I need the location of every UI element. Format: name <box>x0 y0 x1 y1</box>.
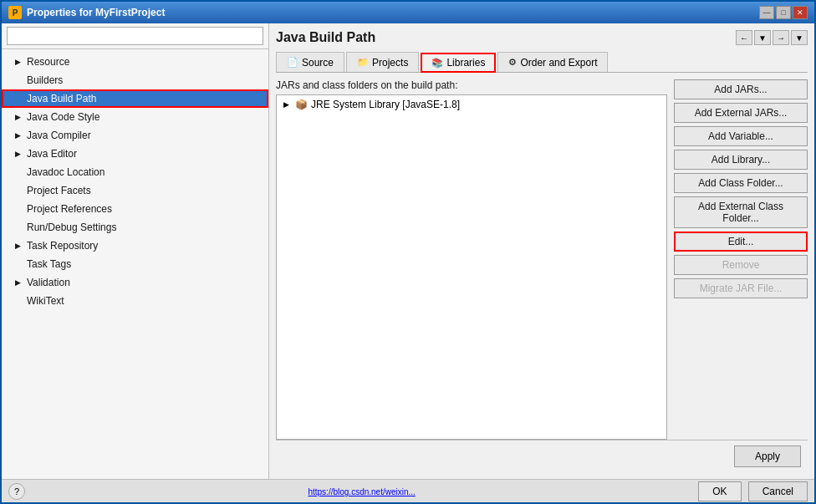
forward-dropdown-button[interactable]: ▼ <box>791 30 808 45</box>
expand-arrow: ▶ <box>15 146 23 161</box>
sidebar-item-task-repository[interactable]: ▶ Task Repository <box>2 237 268 255</box>
source-tab-icon: 📄 <box>287 57 298 68</box>
sidebar-item-java-editor[interactable]: ▶ Java Editor <box>2 145 268 163</box>
sidebar-item-run-debug-settings[interactable]: Run/Debug Settings <box>2 218 268 237</box>
sidebar-item-label: Java Build Path <box>27 91 96 106</box>
expand-arrow: ▶ <box>15 54 23 69</box>
tab-order-export[interactable]: ⚙ Order and Export <box>497 52 608 72</box>
tab-libraries[interactable]: 📚 Libraries <box>421 53 496 73</box>
status-left: ? <box>8 483 25 500</box>
sidebar-item-label: Builders <box>27 73 63 88</box>
expand-arrow: ▶ <box>15 109 23 125</box>
sidebar-item-java-build-path[interactable]: Java Build Path <box>2 89 268 108</box>
help-icon: ? <box>14 486 19 496</box>
sidebar-item-label: Project Facets <box>27 183 91 198</box>
ok-button[interactable]: OK <box>698 481 741 501</box>
sidebar-item-java-compiler[interactable]: ▶ Java Compiler <box>2 126 268 145</box>
window-icon: P <box>8 6 22 19</box>
sidebar-item-label: Resource <box>27 54 69 69</box>
apply-button[interactable]: Apply <box>734 445 801 467</box>
apply-bar: Apply <box>276 440 808 472</box>
status-bar: ? https://blog.csdn.net/weixin... OK Can… <box>2 479 814 502</box>
libraries-tab-icon: 📚 <box>431 58 443 69</box>
expand-arrow <box>15 201 23 216</box>
right-panel: Java Build Path ← ▼ → ▼ 📄 Source 📁 Proje… <box>269 23 814 479</box>
tab-source-label: Source <box>302 57 334 69</box>
content-area: ▶ Resource Builders Java Build Path ▶ Ja… <box>2 23 814 479</box>
expand-arrow: ▶ <box>15 275 23 290</box>
build-path-panel: JARs and class folders on the build path… <box>276 79 667 440</box>
expand-arrow <box>15 293 23 308</box>
main-content: JARs and class folders on the build path… <box>276 79 808 440</box>
libraries-list[interactable]: ▶ 📦 JRE System Library [JavaSE-1.8] <box>276 94 667 440</box>
title-bar-controls: — □ ✕ <box>759 6 808 19</box>
list-item[interactable]: ▶ 📦 JRE System Library [JavaSE-1.8] <box>277 95 666 114</box>
expand-arrow <box>15 183 23 198</box>
add-variable-button[interactable]: Add Variable... <box>674 126 808 146</box>
sidebar-item-label: Task Tags <box>27 257 71 272</box>
tree-area: ▶ Resource Builders Java Build Path ▶ Ja… <box>2 49 268 479</box>
title-bar-left: P Properties for MyFirstProject <box>8 6 165 19</box>
cancel-button[interactable]: Cancel <box>748 481 808 501</box>
back-button[interactable]: ← <box>736 30 752 45</box>
sidebar-item-label: Javadoc Location <box>27 165 105 180</box>
ok-cancel-buttons: OK Cancel <box>698 481 808 501</box>
close-button[interactable]: ✕ <box>793 6 808 19</box>
sidebar-item-task-tags[interactable]: Task Tags <box>2 255 268 273</box>
tab-order-export-label: Order and Export <box>520 57 597 69</box>
sidebar-item-builders[interactable]: Builders <box>2 71 268 89</box>
expand-arrow <box>15 91 23 106</box>
back-dropdown-button[interactable]: ▼ <box>754 30 771 45</box>
edit-button[interactable]: Edit... <box>674 232 808 252</box>
build-path-description: JARs and class folders on the build path… <box>276 79 667 91</box>
sidebar-item-project-facets[interactable]: Project Facets <box>2 181 268 200</box>
sidebar-item-label: Project References <box>27 201 112 216</box>
status-url: https://blog.csdn.net/weixin... <box>308 486 415 497</box>
sidebar: ▶ Resource Builders Java Build Path ▶ Ja… <box>2 23 269 479</box>
minimize-button[interactable]: — <box>759 6 774 19</box>
tab-projects[interactable]: 📁 Projects <box>346 52 419 72</box>
tabs-container: 📄 Source 📁 Projects 📚 Libraries ⚙ Order … <box>276 52 808 73</box>
add-external-class-folder-button[interactable]: Add External Class Folder... <box>674 196 808 228</box>
expand-arrow: ▶ <box>283 100 292 109</box>
expand-arrow: ▶ <box>15 128 23 143</box>
expand-arrow: ▶ <box>15 238 23 253</box>
add-external-jars-button[interactable]: Add External JARs... <box>674 103 808 123</box>
nav-arrows: ← ▼ → ▼ <box>736 30 808 45</box>
expand-arrow <box>15 165 23 180</box>
panel-title: Java Build Path <box>276 30 375 45</box>
sidebar-item-project-references[interactable]: Project References <box>2 200 268 218</box>
library-icon: 📦 <box>295 99 308 110</box>
expand-arrow <box>15 220 23 235</box>
help-button[interactable]: ? <box>8 483 25 500</box>
window-title: Properties for MyFirstProject <box>27 7 165 18</box>
sidebar-item-java-code-style[interactable]: ▶ Java Code Style <box>2 108 268 126</box>
panel-header: Java Build Path ← ▼ → ▼ <box>276 30 808 45</box>
url-label: https://blog.csdn.net/weixin... <box>308 487 415 496</box>
library-item-label: JRE System Library [JavaSE-1.8] <box>311 99 460 110</box>
sidebar-item-validation[interactable]: ▶ Validation <box>2 273 268 292</box>
order-export-tab-icon: ⚙ <box>508 57 517 68</box>
sidebar-item-label: Java Editor <box>27 146 77 161</box>
main-window: P Properties for MyFirstProject — □ ✕ ▶ … <box>0 0 816 504</box>
sidebar-item-wikitext[interactable]: WikiText <box>2 292 268 310</box>
add-library-button[interactable]: Add Library... <box>674 150 808 170</box>
buttons-panel: Add JARs... Add External JARs... Add Var… <box>674 79 808 440</box>
forward-button[interactable]: → <box>773 30 789 45</box>
expand-arrow <box>15 257 23 272</box>
add-class-folder-button[interactable]: Add Class Folder... <box>674 173 808 193</box>
add-jars-button[interactable]: Add JARs... <box>674 79 808 99</box>
maximize-button[interactable]: □ <box>776 6 791 19</box>
search-input[interactable] <box>7 27 263 45</box>
remove-button[interactable]: Remove <box>674 255 808 275</box>
sidebar-item-label: WikiText <box>27 293 64 308</box>
migrate-jar-button[interactable]: Migrate JAR File... <box>674 278 808 298</box>
sidebar-item-label: Run/Debug Settings <box>27 220 116 235</box>
tab-projects-label: Projects <box>372 57 408 69</box>
tab-source[interactable]: 📄 Source <box>276 52 344 72</box>
sidebar-item-label: Task Repository <box>27 238 98 253</box>
sidebar-item-label: Validation <box>27 275 70 290</box>
title-bar: P Properties for MyFirstProject — □ ✕ <box>2 2 814 23</box>
sidebar-item-javadoc-location[interactable]: Javadoc Location <box>2 163 268 181</box>
sidebar-item-resource[interactable]: ▶ Resource <box>2 53 268 71</box>
